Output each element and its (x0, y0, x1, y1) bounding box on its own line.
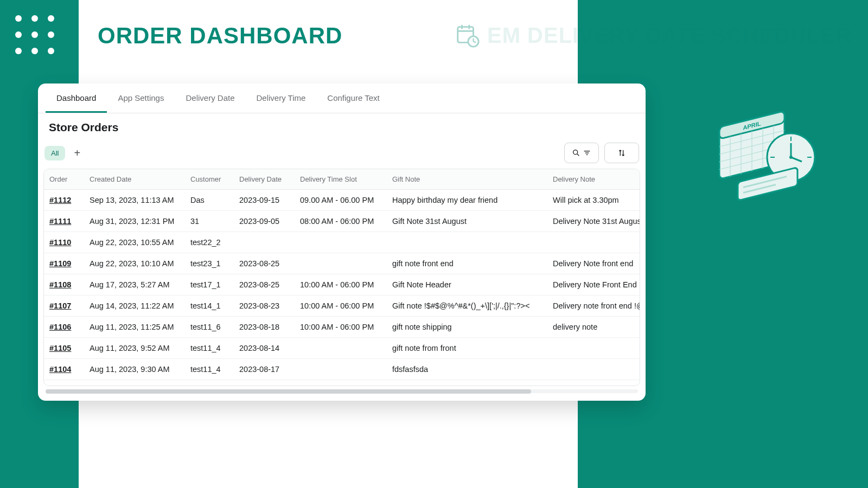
cell-customer: test14_1 (185, 296, 234, 316)
section-title: Store Orders (38, 113, 646, 134)
cell-created: Aug 22, 2023, 10:10 AM (84, 253, 185, 274)
orders-card: Dashboard App Settings Delivery Date Del… (38, 84, 646, 401)
col-delivery-note: Delivery Note (547, 169, 640, 189)
sort-icon (617, 149, 626, 157)
cell-delivery-slot: 08:00 AM - 06:00 PM (295, 211, 387, 232)
cell-customer: test11_6 (185, 317, 234, 337)
table-body: #1112Sep 13, 2023, 11:13 AMDas2023-09-15… (44, 190, 640, 386)
cell-delivery-slot: 10:00 AM - 06:00 PM (295, 317, 387, 337)
cell-delivery-date: 2023-08-17 (234, 359, 295, 380)
cell-delivery-note: Delivery Note front end (547, 253, 640, 274)
add-filter-button[interactable]: + (71, 146, 84, 160)
tab-delivery-date[interactable]: Delivery Date (175, 84, 245, 113)
cell-delivery-slot (295, 232, 387, 253)
cell-delivery-note (547, 338, 640, 358)
brand-watermark: EM DELIVERY DATE SCHEDULER (455, 23, 852, 48)
order-link[interactable]: #1104 (49, 365, 71, 374)
cell-delivery-date: 2023-08-18 (234, 380, 295, 386)
cell-customer: test22_2 (185, 232, 234, 253)
cell-customer: test11_4 (185, 338, 234, 358)
cell-delivery-note: Delivery note front end !@ (547, 296, 640, 316)
calendar-clock-illustration: APRIL (716, 103, 825, 211)
orders-table: Order Created Date Customer Delivery Dat… (43, 169, 640, 386)
col-delivery-date: Delivery Date (234, 169, 295, 189)
cell-gift-note: Gift Note Header (387, 274, 547, 295)
cell-delivery-slot (295, 380, 387, 386)
order-link[interactable]: #1107 (49, 301, 71, 310)
cell-created: Aug 11, 2023, 9:52 AM (84, 338, 185, 358)
cell-customer: test11_3 (185, 380, 234, 386)
cell-gift-note: gift note from front (387, 338, 547, 358)
table-toolbar: All + (38, 134, 646, 169)
search-filter-button[interactable] (564, 143, 599, 163)
tab-configure-text[interactable]: Configure Text (316, 84, 390, 113)
cell-gift-note: gift note shipping (387, 317, 547, 337)
cell-delivery-date: 2023-09-15 (234, 190, 295, 210)
cell-gift-note (387, 232, 547, 253)
tab-app-settings[interactable]: App Settings (107, 84, 175, 113)
order-link[interactable]: #1111 (49, 217, 71, 226)
scrollbar-thumb[interactable] (46, 389, 531, 394)
cell-customer: test17_1 (185, 274, 234, 295)
cell-delivery-note (547, 232, 640, 253)
cell-delivery-slot (295, 359, 387, 380)
svg-line-8 (577, 154, 579, 156)
cell-gift-note: gift note front end (387, 253, 547, 274)
cell-delivery-date: 2023-08-14 (234, 338, 295, 358)
table-row: #1109Aug 22, 2023, 10:10 AMtest23_12023-… (44, 253, 640, 274)
cell-gift-note (387, 380, 547, 386)
cell-delivery-date: 2023-08-25 (234, 253, 295, 274)
cell-created: Aug 17, 2023, 5:27 AM (84, 274, 185, 295)
table-row: #1108Aug 17, 2023, 5:27 AMtest17_12023-0… (44, 274, 640, 296)
svg-point-31 (789, 156, 793, 159)
table-header-row: Order Created Date Customer Delivery Dat… (44, 169, 640, 190)
col-created-date: Created Date (84, 169, 185, 189)
brand-name: EM DELIVERY DATE SCHEDULER (487, 23, 852, 48)
cell-created: Sep 13, 2023, 11:13 AM (84, 190, 185, 210)
cell-delivery-note (547, 380, 640, 386)
horizontal-scrollbar[interactable] (46, 389, 638, 393)
table-row: #1105Aug 11, 2023, 9:52 AMtest11_42023-0… (44, 338, 640, 359)
order-link[interactable]: #1112 (49, 196, 71, 204)
cell-delivery-note: Delivery Note Front End (547, 274, 640, 295)
cell-created: Aug 11, 2023, 9:30 AM (84, 359, 185, 380)
search-icon (572, 149, 580, 157)
decorative-dots-top-left (15, 15, 54, 54)
cell-gift-note: Gift note !$#$@%^#&*()_+\][';|/.,{}|":?>… (387, 296, 547, 316)
order-link[interactable]: #1110 (49, 238, 71, 247)
order-link[interactable]: #1105 (49, 344, 71, 352)
table-row: #1106Aug 11, 2023, 11:25 AMtest11_62023-… (44, 317, 640, 338)
table-row: #1103Aug 11, 2023, 9:27 AMtest11_32023-0… (44, 380, 640, 386)
table-row: #1104Aug 11, 2023, 9:30 AMtest11_42023-0… (44, 359, 640, 380)
cell-delivery-date: 2023-08-23 (234, 296, 295, 316)
order-link[interactable]: #1108 (49, 280, 71, 289)
cell-delivery-slot: 09.00 AM - 06.00 PM (295, 190, 387, 210)
cell-created: Aug 11, 2023, 9:27 AM (84, 380, 185, 386)
order-link[interactable]: #1106 (49, 323, 71, 331)
table-row: #1112Sep 13, 2023, 11:13 AMDas2023-09-15… (44, 190, 640, 211)
sort-button[interactable] (604, 143, 639, 163)
cell-delivery-date: 2023-08-18 (234, 317, 295, 337)
cell-created: Aug 11, 2023, 11:25 AM (84, 317, 185, 337)
table-row: #1110Aug 22, 2023, 10:55 AMtest22_2 (44, 232, 640, 253)
cell-gift-note: fdsfasfsda (387, 359, 547, 380)
cell-delivery-slot (295, 253, 387, 274)
cell-customer: 31 (185, 211, 234, 232)
table-row: #1111Aug 31, 2023, 12:31 PM312023-09-050… (44, 211, 640, 232)
cell-customer: test11_4 (185, 359, 234, 380)
cell-gift-note: Gift Note 31st August (387, 211, 547, 232)
cell-delivery-date: 2023-09-05 (234, 211, 295, 232)
cell-created: Aug 31, 2023, 12:31 PM (84, 211, 185, 232)
col-order: Order (44, 169, 84, 189)
tab-dashboard[interactable]: Dashboard (46, 84, 107, 113)
order-link[interactable]: #1109 (49, 259, 71, 268)
col-delivery-slot: Delivery Time Slot (295, 169, 387, 189)
table-row: #1107Aug 14, 2023, 11:22 AMtest14_12023-… (44, 296, 640, 317)
tab-delivery-time[interactable]: Delivery Time (245, 84, 316, 113)
filter-icon (583, 149, 591, 157)
filter-chip-all[interactable]: All (44, 146, 65, 160)
cell-gift-note: Happy birthday my dear friend (387, 190, 547, 210)
calendar-clock-icon (455, 23, 480, 48)
cell-delivery-slot: 10:00 AM - 06:00 PM (295, 274, 387, 295)
page-title: ORDER DASHBOARD (98, 23, 342, 49)
